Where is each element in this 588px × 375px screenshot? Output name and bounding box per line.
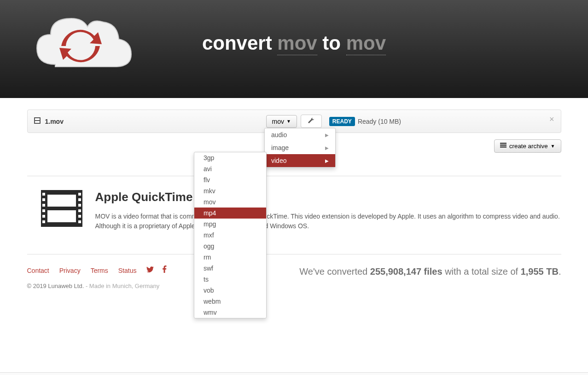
file-name: 1.mov [45, 118, 266, 125]
chevron-right-icon: ▶ [325, 133, 329, 138]
footer-link-contact[interactable]: Contact [27, 267, 49, 274]
svg-rect-4 [500, 144, 506, 146]
facebook-icon[interactable] [162, 267, 167, 274]
archive-icon [500, 143, 506, 150]
footer-link-status[interactable]: Status [118, 267, 137, 274]
category-label: audio [271, 131, 287, 138]
page-title: convert mov to mov [0, 32, 588, 54]
svg-rect-10 [42, 198, 45, 201]
format-item-wmv[interactable]: wmv [194, 307, 266, 318]
svg-rect-7 [47, 195, 76, 207]
status-badge: READY [329, 117, 355, 126]
status-text: Ready (10 MB) [358, 118, 401, 125]
info-heading: Apple QuickTime [95, 190, 561, 204]
create-archive-button[interactable]: create archive ▼ [494, 139, 561, 153]
copyright: © 2019 Lunaweb Ltd. [27, 283, 84, 289]
svg-rect-2 [35, 121, 40, 123]
title-mid: to [317, 32, 346, 54]
caret-down-icon: ▼ [551, 144, 555, 149]
stats-mid: with a total size of [442, 266, 521, 277]
header-band: convert mov to mov [0, 0, 588, 98]
footer: ContactPrivacyTermsStatus © 2019 Lunaweb… [27, 254, 561, 289]
settings-button[interactable] [301, 115, 322, 128]
stats-prefix: We've converted [299, 266, 370, 277]
svg-rect-19 [78, 215, 81, 218]
svg-rect-13 [42, 215, 45, 218]
format-item-vob[interactable]: vob [194, 285, 266, 296]
svg-rect-9 [42, 193, 45, 196]
create-archive-label: create archive [509, 143, 548, 150]
format-item-mpg[interactable]: mpg [194, 219, 266, 230]
title-prefix: convert [202, 32, 277, 54]
format-item-mp4[interactable]: mp4 [194, 208, 266, 219]
svg-rect-14 [42, 220, 45, 223]
format-dropdown-label: mov [272, 118, 284, 125]
format-item-swf[interactable]: swf [194, 263, 266, 274]
stats-size: 1,955 TB [521, 266, 559, 277]
svg-rect-1 [35, 118, 40, 120]
svg-rect-17 [78, 204, 81, 207]
svg-rect-12 [42, 209, 45, 212]
to-format[interactable]: mov [346, 32, 386, 55]
format-item-webm[interactable]: webm [194, 296, 266, 307]
wrench-icon [308, 118, 315, 125]
made-in: - Made in Munich, Germany [84, 283, 159, 289]
stats-count: 255,908,147 files [370, 266, 442, 277]
format-item-mxf[interactable]: mxf [194, 230, 266, 241]
svg-rect-3 [500, 143, 506, 144]
format-item-ogg[interactable]: ogg [194, 241, 266, 252]
svg-rect-20 [78, 220, 81, 223]
format-item-flv[interactable]: flv [194, 174, 266, 185]
svg-rect-18 [78, 209, 81, 212]
footer-link-privacy[interactable]: Privacy [59, 267, 81, 274]
info-body: MOV is a video format that is commonly a… [95, 212, 561, 231]
format-dropdown[interactable]: mov ▼ [266, 115, 297, 128]
chevron-right-icon: ▶ [325, 145, 329, 150]
category-label: video [271, 157, 286, 164]
category-label: image [271, 144, 289, 151]
info-section: Apple QuickTime MOV is a video format th… [27, 176, 561, 231]
bottom-bar: Select Files ▲ Notify me when it is fini… [0, 372, 588, 375]
stats-suffix: . [559, 266, 561, 277]
format-menu: 3gpaviflvmkvmovmp4mpgmxfoggrmswftsvobweb… [194, 152, 267, 318]
svg-rect-8 [47, 210, 76, 222]
svg-rect-11 [42, 204, 45, 207]
close-icon[interactable]: × [549, 115, 554, 124]
chevron-right-icon: ▶ [325, 158, 329, 163]
format-item-rm[interactable]: rm [194, 252, 266, 263]
svg-rect-15 [78, 193, 81, 196]
format-item-avi[interactable]: avi [194, 163, 266, 174]
category-item-video[interactable]: video▶ [265, 154, 335, 167]
category-item-image[interactable]: image▶ [265, 141, 335, 154]
svg-rect-5 [500, 146, 506, 148]
film-icon [34, 117, 41, 125]
stats: We've converted 255,908,147 files with a… [299, 266, 561, 289]
film-large-icon [27, 190, 82, 231]
format-item-ts[interactable]: ts [194, 274, 266, 285]
category-item-audio[interactable]: audio▶ [265, 128, 335, 141]
twitter-icon[interactable] [146, 267, 154, 274]
category-menu: audio▶image▶video▶ [264, 128, 336, 167]
caret-down-icon: ▼ [286, 119, 291, 124]
svg-rect-16 [78, 198, 81, 201]
format-item-mov[interactable]: mov [194, 196, 266, 208]
footer-link-terms[interactable]: Terms [91, 267, 108, 274]
format-item-3gp[interactable]: 3gp [194, 152, 266, 163]
format-item-mkv[interactable]: mkv [194, 185, 266, 196]
from-format[interactable]: mov [277, 32, 317, 55]
